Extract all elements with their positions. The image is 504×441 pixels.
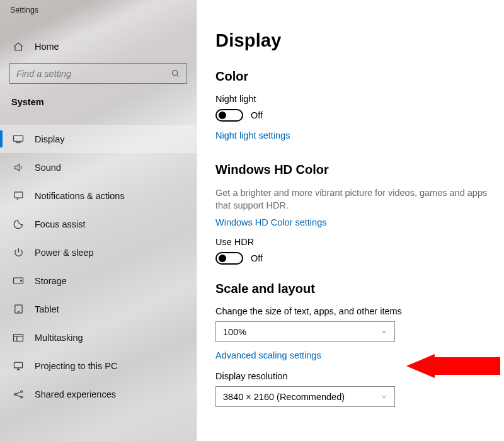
tablet-icon bbox=[13, 304, 24, 314]
multitasking-icon bbox=[13, 333, 24, 342]
change-size-label: Change the size of text, apps, and other… bbox=[215, 306, 504, 316]
notifications-icon bbox=[13, 190, 24, 201]
sidebar-item-label: Projecting to this PC bbox=[35, 361, 117, 371]
night-light-label: Night light bbox=[215, 94, 504, 104]
use-hdr-toggle[interactable] bbox=[215, 252, 243, 265]
sidebar-item-label: Display bbox=[35, 134, 65, 144]
svg-point-9 bbox=[21, 391, 23, 392]
svg-rect-6 bbox=[14, 335, 23, 341]
main-panel: Display Color Night light Off Night ligh… bbox=[197, 0, 504, 441]
focus-icon bbox=[13, 219, 24, 230]
sidebar-item-storage[interactable]: Storage bbox=[0, 266, 197, 295]
svg-point-0 bbox=[173, 71, 178, 76]
search-container bbox=[0, 63, 197, 84]
night-light-state: Off bbox=[251, 110, 263, 120]
svg-point-10 bbox=[21, 396, 23, 398]
section-heading-color: Color bbox=[215, 69, 504, 84]
window-title: Settings bbox=[0, 0, 197, 14]
sidebar-item-label: Multitasking bbox=[35, 333, 83, 343]
sidebar-item-label: Focus assist bbox=[35, 219, 86, 229]
sidebar: Settings Home System Display Sound bbox=[0, 0, 197, 441]
scale-dropdown[interactable]: 100% bbox=[215, 321, 395, 342]
search-field[interactable] bbox=[16, 69, 171, 79]
sidebar-item-sound[interactable]: Sound bbox=[0, 153, 197, 181]
resolution-dropdown[interactable]: 3840 × 2160 (Recommended) bbox=[215, 386, 395, 407]
page-title: Display bbox=[215, 30, 504, 51]
sidebar-item-focus[interactable]: Focus assist bbox=[0, 210, 197, 238]
sidebar-section-label: System bbox=[0, 84, 197, 107]
resolution-label: Display resolution bbox=[215, 371, 504, 381]
section-heading-scale: Scale and layout bbox=[215, 282, 504, 296]
hdr-description: Get a brighter and more vibrant picture … bbox=[215, 187, 504, 212]
sound-icon bbox=[13, 163, 24, 173]
svg-point-4 bbox=[21, 280, 22, 282]
display-icon bbox=[13, 134, 24, 144]
hdr-settings-link[interactable]: Windows HD Color settings bbox=[215, 217, 326, 227]
sidebar-home-label: Home bbox=[35, 42, 59, 52]
sidebar-item-display[interactable]: Display bbox=[0, 125, 197, 153]
scale-value: 100% bbox=[223, 327, 246, 337]
sidebar-item-label: Tablet bbox=[35, 304, 59, 314]
use-hdr-label: Use HDR bbox=[215, 237, 504, 247]
power-icon bbox=[13, 247, 24, 258]
advanced-scaling-link[interactable]: Advanced scaling settings bbox=[215, 350, 321, 360]
sidebar-item-power[interactable]: Power & sleep bbox=[0, 238, 197, 266]
chevron-down-icon bbox=[380, 328, 388, 336]
sidebar-nav: Display Sound Notifications & actions Fo… bbox=[0, 125, 197, 408]
chevron-down-icon bbox=[380, 392, 388, 401]
resolution-value: 3840 × 2160 (Recommended) bbox=[223, 392, 345, 402]
night-light-settings-link[interactable]: Night light settings bbox=[215, 130, 290, 140]
sidebar-item-label: Power & sleep bbox=[35, 248, 94, 258]
section-heading-hdr: Windows HD Color bbox=[215, 163, 504, 177]
projecting-icon bbox=[13, 361, 24, 371]
search-icon bbox=[171, 69, 180, 78]
sidebar-item-tablet[interactable]: Tablet bbox=[0, 295, 197, 323]
shared-icon bbox=[13, 389, 24, 400]
sidebar-item-label: Shared experiences bbox=[35, 389, 116, 399]
svg-rect-1 bbox=[14, 135, 23, 141]
sidebar-item-label: Storage bbox=[35, 276, 67, 286]
sidebar-item-projecting[interactable]: Projecting to this PC bbox=[0, 352, 197, 380]
use-hdr-state: Off bbox=[251, 253, 263, 263]
sidebar-item-label: Sound bbox=[35, 163, 61, 173]
sidebar-item-shared[interactable]: Shared experiences bbox=[0, 380, 197, 408]
sidebar-item-multitasking[interactable]: Multitasking bbox=[0, 323, 197, 352]
svg-rect-2 bbox=[14, 192, 23, 198]
sidebar-item-notifications[interactable]: Notifications & actions bbox=[0, 181, 197, 210]
storage-icon bbox=[13, 277, 24, 285]
night-light-toggle[interactable] bbox=[215, 109, 243, 122]
svg-rect-7 bbox=[14, 362, 22, 368]
sidebar-home[interactable]: Home bbox=[0, 41, 197, 52]
home-icon bbox=[13, 41, 24, 52]
search-input[interactable] bbox=[9, 63, 187, 84]
sidebar-item-label: Notifications & actions bbox=[35, 191, 125, 201]
svg-point-8 bbox=[14, 393, 16, 395]
